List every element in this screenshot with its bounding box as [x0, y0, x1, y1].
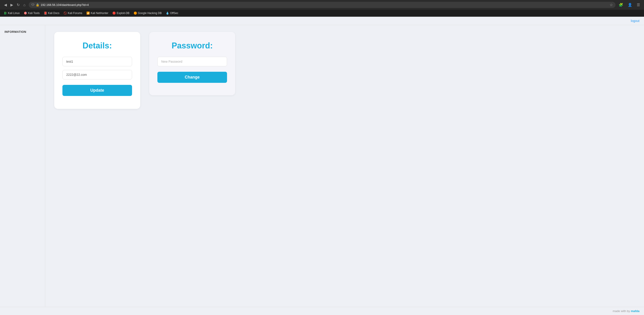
back-button[interactable]: ◀	[3, 2, 8, 8]
email-input[interactable]	[62, 70, 132, 79]
star-icon[interactable]: ☆	[610, 3, 613, 7]
bookmark-exploit-db[interactable]: 🔴 Exploit-DB	[110, 11, 132, 16]
bookmarks-bar: 🐉 Kali Linux 🎯 Kali Tools 📕 Kali Docs 🚫 …	[0, 10, 644, 17]
sidebar: INFORMATION	[0, 25, 45, 307]
change-button[interactable]: Change	[158, 72, 227, 83]
exploit-db-icon: 🔴	[112, 12, 116, 15]
sidebar-information-label: INFORMATION	[4, 30, 26, 34]
bookmark-kali-tools-label: Kali Tools	[28, 12, 40, 15]
new-password-form-group	[158, 57, 227, 66]
browser-actions: 🧩 👤 ☰	[617, 2, 641, 8]
bookmark-exploit-db-label: Exploit-DB	[117, 12, 130, 15]
username-input[interactable]	[62, 57, 132, 66]
bookmark-kali-tools[interactable]: 🎯 Kali Tools	[22, 11, 42, 16]
password-card: Password: Change	[149, 32, 235, 95]
footer-brand: mafda	[631, 309, 640, 313]
content-area: Details: Update Password: Change	[45, 25, 644, 307]
password-card-title: Password:	[158, 41, 227, 51]
address-bar-container[interactable]: 🛡 🔒 ☆	[29, 2, 616, 8]
top-bar: logout	[0, 17, 644, 25]
google-hacking-db-icon: 🟠	[134, 12, 137, 15]
bookmark-kali-forums[interactable]: 🚫 Kali Forums	[62, 11, 84, 16]
bookmark-kali-nethunter[interactable]: 📶 Kali NetHunter	[84, 11, 110, 16]
page-footer: made with by mafda	[0, 307, 644, 315]
bookmark-google-hacking-db[interactable]: 🟠 Google Hacking DB	[132, 11, 164, 16]
details-card-title: Details:	[62, 41, 132, 51]
footer-text: made with by	[613, 309, 631, 313]
bookmark-kali-linux[interactable]: 🐉 Kali Linux	[2, 11, 22, 16]
bookmark-kali-docs-label: Kali Docs	[48, 12, 60, 15]
new-password-input[interactable]	[158, 57, 227, 66]
menu-button[interactable]: ☰	[636, 2, 641, 8]
kali-forums-icon: 🚫	[64, 12, 67, 15]
shield-icon: 🛡	[32, 3, 34, 7]
bookmark-kali-docs[interactable]: 📕 Kali Docs	[42, 11, 61, 16]
kali-tools-icon: 🎯	[24, 12, 27, 15]
username-form-group	[62, 57, 132, 66]
email-form-group	[62, 70, 132, 79]
page: logout INFORMATION Details: Update	[0, 17, 644, 315]
forward-button[interactable]: ▶	[9, 2, 14, 8]
logout-link[interactable]: logout	[631, 19, 640, 23]
details-card: Details: Update	[54, 32, 140, 109]
extensions-button[interactable]: 🧩	[617, 2, 624, 8]
lock-icon: 🔒	[36, 3, 39, 7]
bookmark-kali-linux-label: Kali Linux	[8, 12, 20, 15]
home-button[interactable]: ⌂	[22, 3, 27, 8]
browser-chrome: ◀ ▶ ↻ ⌂ 🛡 🔒 ☆ 🧩 👤 ☰	[0, 0, 644, 10]
bookmark-kali-forums-label: Kali Forums	[68, 12, 82, 15]
bookmark-kali-nethunter-label: Kali NetHunter	[91, 12, 108, 15]
kali-docs-icon: 📕	[44, 12, 47, 15]
bookmark-offsec[interactable]: 💧 OffSec	[164, 11, 180, 16]
main-layout: INFORMATION Details: Update Password:	[0, 25, 644, 307]
reload-button[interactable]: ↻	[16, 2, 21, 8]
offsec-icon: 💧	[166, 12, 169, 15]
update-button[interactable]: Update	[62, 85, 132, 96]
address-bar-input[interactable]	[41, 3, 608, 7]
profile-button[interactable]: 👤	[626, 2, 634, 8]
browser-nav-buttons: ◀ ▶ ↻ ⌂	[3, 2, 27, 8]
kali-linux-icon: 🐉	[4, 12, 7, 15]
kali-nethunter-icon: 📶	[86, 12, 90, 15]
bookmark-google-hacking-db-label: Google Hacking DB	[138, 12, 162, 15]
bookmark-offsec-label: OffSec	[170, 12, 178, 15]
